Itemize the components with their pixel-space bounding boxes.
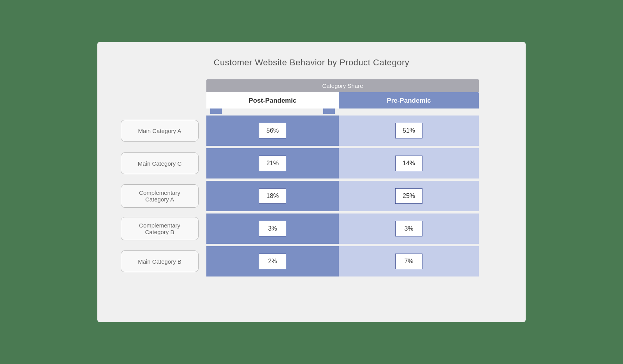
category-share-header: Category Share — [206, 79, 479, 92]
table-row: Main Category A 56% 51% — [121, 116, 502, 146]
pre-value-2: 25% — [395, 188, 422, 204]
data-section: Main Category A 56% 51% Main Category C — [121, 116, 502, 279]
pre-bar-4: 7% — [339, 246, 479, 276]
row-label-1: Main Category C — [121, 152, 199, 174]
tab-indicator-left — [210, 108, 222, 114]
row-label-4: Main Category B — [121, 250, 199, 272]
post-bar-2: 18% — [206, 181, 339, 211]
label-box-0: Main Category A — [121, 120, 199, 142]
post-value-0: 56% — [259, 123, 286, 138]
label-box-4: Main Category B — [121, 250, 199, 272]
chart-body: Category Share Post-Pandemic Pre-Pandemi… — [121, 79, 502, 279]
table-row: Main Category C 21% 14% — [121, 148, 502, 178]
pre-bar-2: 25% — [339, 181, 479, 211]
chart-container: Customer Website Behavior by Product Cat… — [97, 42, 526, 322]
post-bar-3: 3% — [206, 214, 339, 244]
table-row: ComplementaryCategory A 18% 25% — [121, 181, 502, 211]
pre-bar-0: 51% — [339, 116, 479, 146]
post-value-1: 21% — [259, 156, 286, 171]
header-row: Category Share — [206, 79, 502, 92]
row-label-2: ComplementaryCategory A — [121, 184, 199, 208]
pre-bar-1: 14% — [339, 148, 479, 178]
post-bar-1: 21% — [206, 148, 339, 178]
tab-indicator-right — [323, 108, 335, 114]
post-bar-0: 56% — [206, 116, 339, 146]
pre-value-0: 51% — [395, 123, 422, 138]
label-box-3: ComplementaryCategory B — [121, 217, 199, 240]
table-row: Main Category B 2% 7% — [121, 246, 502, 276]
sub-header-row: Post-Pandemic Pre-Pandemic — [206, 92, 502, 108]
post-pandemic-header: Post-Pandemic — [206, 92, 339, 108]
chart-title: Customer Website Behavior by Product Cat… — [121, 58, 502, 68]
tab-indicators-row — [206, 108, 502, 114]
pre-pandemic-header: Pre-Pandemic — [339, 92, 479, 108]
pre-value-1: 14% — [395, 156, 422, 171]
pre-value-4: 7% — [395, 254, 422, 269]
post-value-2: 18% — [259, 188, 286, 204]
row-label-0: Main Category A — [121, 120, 199, 142]
label-box-1: Main Category C — [121, 152, 199, 174]
label-box-2: ComplementaryCategory A — [121, 184, 199, 208]
table-row: ComplementaryCategory B 3% 3% — [121, 214, 502, 244]
row-label-3: ComplementaryCategory B — [121, 217, 199, 240]
post-value-4: 2% — [259, 254, 286, 269]
pre-value-3: 3% — [395, 221, 422, 236]
post-value-3: 3% — [259, 221, 286, 236]
post-bar-4: 2% — [206, 246, 339, 276]
pre-bar-3: 3% — [339, 214, 479, 244]
